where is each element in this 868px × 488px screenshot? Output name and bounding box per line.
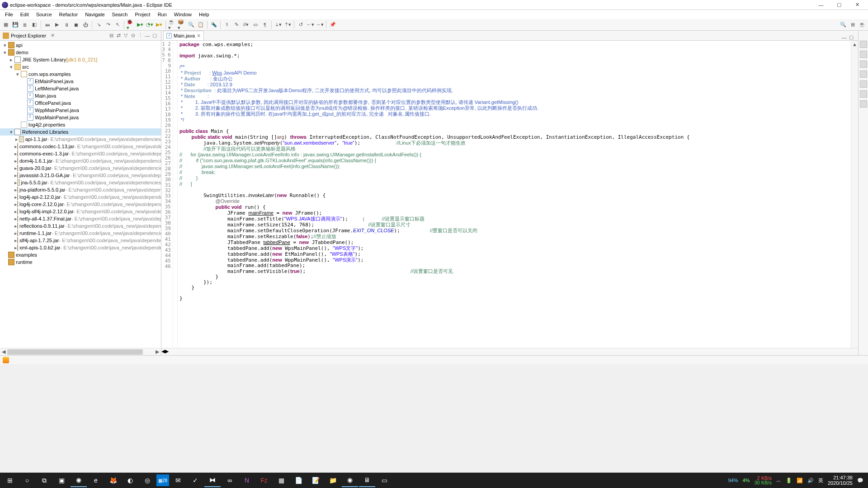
menu-window[interactable]: Window (171, 11, 195, 18)
menu-search[interactable]: Search (109, 11, 131, 18)
menu-refactor[interactable]: Refactor (56, 11, 81, 18)
menu-project[interactable]: Project (132, 11, 153, 18)
search-results-icon[interactable] (860, 90, 867, 98)
menu-run[interactable]: Run (155, 11, 170, 18)
tree-item[interactable]: runtime (0, 258, 161, 266)
debug-pause-icon[interactable]: ⏸ (62, 21, 71, 29)
todo-icon[interactable]: ✓ (187, 474, 203, 487)
project-tree[interactable]: ▾api▾demo▸JRE System Library [jdk1.8.0_2… (0, 41, 161, 348)
code-editor[interactable]: package com.wps.examples; import javax.s… (178, 41, 851, 348)
save-icon[interactable]: 💾 (11, 21, 19, 29)
eclipse-taskbar-icon[interactable]: ◉ (342, 474, 358, 487)
open-type-icon[interactable]: 🔍 (187, 21, 195, 29)
wand-icon[interactable]: ⚕ (223, 21, 231, 29)
maximize-button[interactable]: ▢ (830, 0, 848, 9)
outlook-icon[interactable]: ✉ (170, 474, 186, 487)
save-all-icon[interactable]: 🗎 (21, 21, 29, 29)
notifications-icon[interactable]: 💬 (857, 478, 863, 483)
outline-icon[interactable] (860, 41, 867, 48)
notepad-icon[interactable]: 📝 (307, 474, 324, 487)
chrome-icon[interactable]: ◉ (71, 474, 87, 487)
browser-icon[interactable]: ◐ (122, 474, 138, 487)
tree-item[interactable]: ▸runtime-1.1.jar - E:\zhangxm\00.code\ja… (0, 230, 161, 237)
tree-item[interactable]: log4j2.properties (0, 121, 161, 128)
editor-vscroll[interactable]: ▲ (851, 41, 858, 348)
step-over-icon[interactable]: ↷ (104, 21, 112, 29)
type-hierarchy-icon[interactable] (860, 80, 867, 88)
tree-item[interactable]: ▸jna-5.5.0.jar - E:\zhangxm\00.code\java… (0, 179, 161, 186)
tree-twisty-icon[interactable]: ▸ (14, 136, 19, 142)
link-editor-icon[interactable]: ⇄ (115, 32, 122, 39)
tree-twisty-icon[interactable]: ▸ (8, 57, 14, 63)
view-menu-icon[interactable]: ⋮ (137, 32, 144, 39)
ext-tools-icon[interactable]: ▶▾ (155, 21, 163, 29)
editor-tab-main-java[interactable]: Main.java ✕ (163, 31, 204, 40)
tree-item[interactable]: ▸javassist-3.21.0-GA.jar - E:\zhangxm\00… (0, 172, 161, 179)
folding-gutter[interactable] (173, 41, 178, 348)
focus-icon[interactable]: ⊙ (129, 32, 137, 39)
tree-item[interactable]: ▸JRE System Library [jdk1.8.0_221] (0, 56, 161, 63)
close-icon[interactable]: ✕ (197, 33, 201, 39)
ann-prev-icon[interactable]: ⇡▾ (283, 21, 292, 29)
comment-icon[interactable]: //▾ (242, 21, 250, 29)
terminal-icon[interactable]: ▣ (53, 474, 70, 487)
quick-access-icon[interactable]: 🔍 (839, 21, 847, 29)
tree-item[interactable]: ▸dom4j-1.6.1.jar - E:\zhangxm\00.code\ja… (0, 157, 161, 164)
tree-item[interactable]: EtMainPanel.java (0, 78, 161, 85)
show-ws-icon[interactable]: ¶ (261, 21, 269, 29)
warning-icon[interactable] (3, 357, 9, 363)
tree-item[interactable]: ▸log4j-api-2.12.0.jar - E:\zhangxm\00.co… (0, 193, 161, 201)
firefox-icon[interactable]: 🦊 (105, 474, 121, 487)
start-icon[interactable]: ⊞ (2, 474, 18, 487)
task-list-icon[interactable] (860, 51, 867, 58)
menu-edit[interactable]: Edit (17, 11, 32, 18)
search-icon[interactable]: 🔦 (210, 21, 218, 29)
maximize-view-icon[interactable]: ▢ (151, 32, 158, 39)
tree-twisty-icon[interactable]: ▾ (2, 42, 8, 48)
vm-icon[interactable]: 🖥 (359, 474, 375, 487)
debug-stop-icon[interactable]: ⏹ (72, 21, 80, 29)
volume-icon[interactable]: 🔊 (807, 478, 814, 483)
tree-item[interactable]: ▸jna-platform-5.5.0.jar - E:\zhangxm\00.… (0, 186, 161, 193)
clock[interactable]: 21:47:38 2020/10/25 (828, 475, 853, 486)
tree-twisty-icon[interactable]: ▾ (2, 50, 8, 56)
vscode-icon[interactable]: ⧓ (204, 474, 221, 487)
tree-twisty-icon[interactable]: ▾ (8, 64, 14, 70)
tree-item[interactable]: ▸reflections-0.9.11.jar - E:\zhangxm\00.… (0, 222, 161, 230)
close-button[interactable]: ✕ (848, 0, 866, 9)
scroll-up-icon[interactable]: ▲ (851, 41, 858, 48)
visual-studio-icon[interactable]: ∞ (222, 474, 238, 487)
new-package-icon[interactable]: 📦▾ (178, 21, 186, 29)
scroll-thumb[interactable] (7, 349, 143, 355)
debug-icon[interactable]: 🐞▾ (127, 21, 135, 29)
debug-resume-icon[interactable]: ▶ (53, 21, 61, 29)
tree-item[interactable]: ▾api (0, 42, 161, 49)
wifi-icon[interactable]: 📶 (797, 478, 803, 483)
tree-hscroll[interactable]: ◀ ▶ (0, 348, 161, 355)
tree-item[interactable]: ▸commons-codec-1.13.jar - E:\zhangxm\00.… (0, 143, 161, 150)
tree-item[interactable]: ▸log4j-core-2.12.0.jar - E:\zhangxm\00.c… (0, 201, 161, 208)
scroll-left-icon[interactable]: ◀ (0, 348, 7, 355)
tree-item[interactable]: ▾src (0, 63, 161, 70)
ann-next-icon[interactable]: ⇣▾ (274, 21, 282, 29)
filter-icon[interactable]: ▽ (122, 32, 129, 39)
tree-item[interactable]: LeftMenuPanel.java (0, 85, 161, 92)
filezilla-icon[interactable]: Fz (256, 474, 272, 487)
tree-item[interactable]: examples (0, 251, 161, 258)
scroll-left-icon[interactable]: ◀ (161, 348, 165, 355)
coverage-icon[interactable]: ◔▾ (146, 21, 154, 29)
tree-item[interactable]: WppMainPanel.java (0, 107, 161, 114)
minimize-button[interactable]: — (812, 0, 830, 9)
tree-twisty-icon[interactable]: ▾ (8, 129, 14, 135)
step-into-icon[interactable]: ↘ (94, 21, 103, 29)
scroll-right-icon[interactable]: ▶ (154, 348, 161, 355)
run-icon[interactable]: ▶▾ (136, 21, 144, 29)
collapse-all-icon[interactable]: ⊟ (108, 32, 115, 39)
open-perspective-icon[interactable]: ⊞ (849, 21, 857, 29)
toggle-icon[interactable]: ◧ (30, 21, 38, 29)
notes-icon[interactable]: 📄 (290, 474, 307, 487)
new-java-icon[interactable]: ☕▾ (168, 21, 176, 29)
last-edit-icon[interactable]: ↺ (297, 21, 305, 29)
menu-navigate[interactable]: Navigate (82, 11, 108, 18)
tree-item[interactable]: ▸log4j-slf4j-impl-2.12.0.jar - E:\zhangx… (0, 208, 161, 215)
